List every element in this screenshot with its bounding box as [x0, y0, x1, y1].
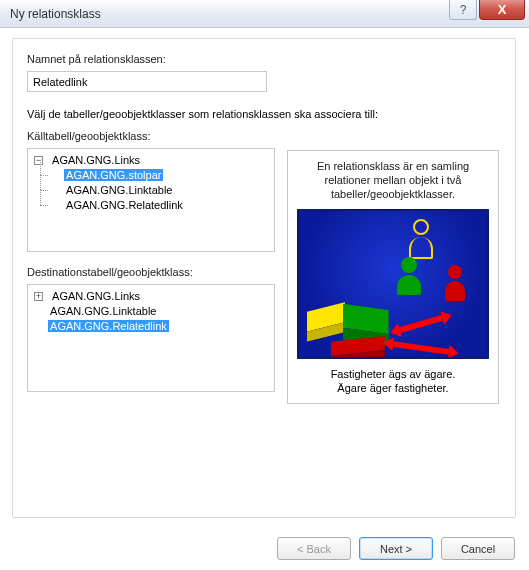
close-button[interactable]: X [479, 0, 525, 20]
destination-label: Destinationstabell/geoobjektklass: [27, 266, 275, 278]
help-button[interactable]: ? [449, 0, 477, 20]
tree-root-label[interactable]: AGAN.GNG.Links [50, 154, 142, 166]
back-button: < Back [277, 537, 351, 560]
info-line: En relationsklass är en samling [317, 160, 469, 172]
titlebar: Ny relationsklass ? X [0, 0, 529, 28]
caption-line: Ägare äger fastigheter. [337, 382, 448, 394]
minus-icon[interactable]: − [34, 156, 43, 165]
caption-line: Fastigheter ägs av ägare. [331, 368, 456, 380]
window-controls: ? X [449, 0, 525, 20]
tree-item-label[interactable]: AGAN.GNG.Relatedlink [48, 320, 169, 332]
tree-item[interactable]: AGAN.GNG.Linktable [50, 183, 272, 198]
illustration-caption: Fastigheter ägs av ägare. Ägare äger fas… [331, 367, 456, 395]
plus-icon[interactable]: + [34, 292, 43, 301]
association-instruction: Välj de tabeller/geoobjektklasser som re… [27, 108, 501, 120]
window-title: Ny relationsklass [10, 7, 101, 21]
tree-item[interactable]: AGAN.GNG.Relatedlink [34, 319, 272, 334]
tree-item-label[interactable]: AGAN.GNG.stolpar [64, 169, 163, 181]
next-button[interactable]: Next > [359, 537, 433, 560]
relation-arrow-icon [399, 315, 443, 333]
tree-item[interactable]: AGAN.GNG.stolpar [50, 168, 272, 183]
info-description: En relationsklass är en samling relation… [317, 159, 469, 201]
source-tree[interactable]: − AGAN.GNG.Links AGAN.GNG.stolpar AGAN.G… [27, 148, 275, 252]
wizard-frame: Namnet på relationsklassen: Välj de tabe… [12, 38, 516, 518]
destination-tree[interactable]: + AGAN.GNG.Links AGAN.GNG.Linktable AGAN… [27, 284, 275, 392]
relation-arrow-icon [393, 341, 449, 355]
relation-illustration [297, 209, 489, 359]
relation-name-input[interactable] [27, 71, 267, 92]
tree-item-label[interactable]: AGAN.GNG.Relatedlink [64, 199, 185, 211]
info-line: relationer mellan objekt i två [325, 174, 462, 186]
person-outline-icon [409, 219, 433, 259]
tree-item[interactable]: AGAN.GNG.Linktable [34, 304, 272, 319]
name-label: Namnet på relationsklassen: [27, 53, 501, 65]
tree-item-label[interactable]: AGAN.GNG.Linktable [64, 184, 174, 196]
source-label: Källtabell/geoobjektklass: [27, 130, 275, 142]
close-icon: X [498, 2, 507, 17]
tree-item-label[interactable]: AGAN.GNG.Linktable [48, 305, 158, 317]
tree-root[interactable]: − AGAN.GNG.Links AGAN.GNG.stolpar AGAN.G… [34, 153, 272, 213]
info-panel: En relationsklass är en samling relation… [287, 150, 499, 404]
tree-root-label[interactable]: AGAN.GNG.Links [50, 290, 142, 302]
person-green-icon [397, 257, 421, 295]
help-icon: ? [460, 3, 467, 17]
tree-root[interactable]: + AGAN.GNG.Links [34, 289, 272, 304]
wizard-buttons: < Back Next > Cancel [277, 537, 515, 560]
dialog-body: Namnet på relationsklassen: Välj de tabe… [0, 28, 529, 570]
person-red-icon [445, 265, 465, 301]
tree-item[interactable]: AGAN.GNG.Relatedlink [50, 198, 272, 213]
cancel-button[interactable]: Cancel [441, 537, 515, 560]
info-line: tabeller/geoobjektklasser. [331, 188, 455, 200]
